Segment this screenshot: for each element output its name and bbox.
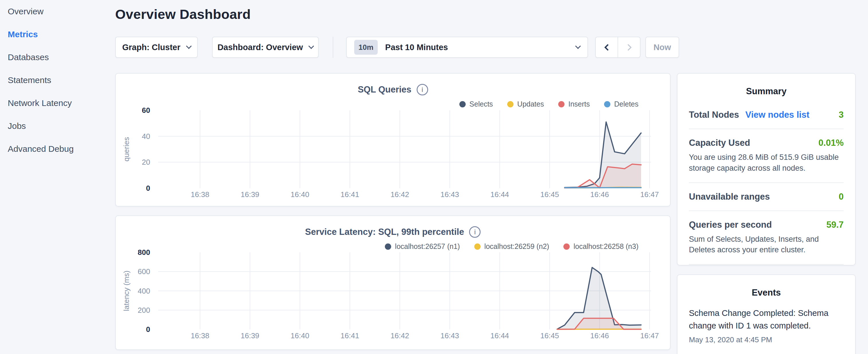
chart-title-row: Service Latency: SQL, 99th percentile i — [116, 226, 670, 238]
svg-text:600: 600 — [138, 267, 150, 276]
svg-text:16:38: 16:38 — [191, 190, 209, 199]
chevron-right-icon — [625, 44, 631, 51]
svg-text:0: 0 — [146, 184, 150, 192]
chart-title-row: SQL Queries i — [116, 84, 670, 95]
sidebar-item-overview[interactable]: Overview — [0, 0, 115, 23]
sidebar-item-label: Network Latency — [8, 98, 72, 108]
svg-text:16:44: 16:44 — [490, 331, 509, 340]
sidebar-item-network-latency[interactable]: Network Latency — [0, 92, 115, 115]
controls-divider — [333, 37, 333, 58]
svg-text:16:43: 16:43 — [440, 331, 459, 340]
graph-source-dropdown-label: Graph: Cluster — [122, 43, 180, 52]
svg-text:16:42: 16:42 — [391, 190, 409, 199]
time-back-button[interactable] — [596, 37, 618, 57]
summary-label: Queries per second — [689, 220, 772, 230]
svg-text:200: 200 — [138, 306, 150, 315]
dashboard-dropdown[interactable]: Dashboard: Overview — [212, 37, 319, 58]
svg-text:0: 0 — [146, 325, 150, 334]
chevron-left-icon — [604, 44, 611, 51]
summary-label: Capacity Used — [689, 138, 750, 148]
sidebar-item-databases[interactable]: Databases — [0, 46, 115, 69]
summary-value: 3 — [839, 110, 844, 120]
event-message[interactable]: Schema Change Completed: Schema change w… — [689, 307, 844, 332]
series-dot-icon — [385, 244, 391, 250]
svg-text:16:45: 16:45 — [540, 190, 559, 199]
info-icon[interactable]: i — [469, 226, 480, 238]
now-button[interactable]: Now — [645, 37, 679, 58]
svg-text:16:46: 16:46 — [590, 190, 609, 199]
svg-text:16:42: 16:42 — [391, 331, 409, 340]
summary-value: 0.01% — [818, 138, 844, 148]
chevron-down-icon — [308, 43, 314, 49]
view-nodes-list-link[interactable]: View nodes list — [745, 110, 809, 120]
svg-text:800: 800 — [138, 249, 150, 257]
events-panel: Events Schema Change Completed: Schema c… — [677, 275, 856, 354]
summary-row-unavailable-ranges: Unavailable ranges 0 — [689, 183, 844, 211]
summary-rows: Total Nodes View nodes list 3 Capacity U… — [689, 101, 844, 292]
svg-text:16:47: 16:47 — [640, 331, 659, 340]
sidebar-item-label: Databases — [8, 53, 49, 62]
summary-description: Sum of Selects, Updates, Inserts, and De… — [689, 234, 844, 256]
svg-text:60: 60 — [142, 106, 150, 115]
chevron-down-icon — [575, 43, 581, 49]
summary-description: You are using 28.6 MiB of 515.9 GiB usab… — [689, 152, 844, 174]
svg-text:16:41: 16:41 — [340, 190, 359, 199]
graph-source-dropdown[interactable]: Graph: Cluster — [115, 37, 198, 58]
chart-title: SQL Queries — [358, 85, 411, 95]
event-timestamp: May 13, 2020 at 4:45 PM — [689, 335, 844, 344]
summary-row-total-nodes: Total Nodes View nodes list 3 — [689, 101, 844, 129]
svg-text:16:44: 16:44 — [490, 190, 509, 199]
svg-text:latency (ms): latency (ms) — [122, 271, 131, 311]
service-latency-chart-card: Service Latency: SQL, 99th percentile i … — [115, 215, 671, 350]
dashboard-dropdown-label: Dashboard: Overview — [217, 43, 303, 52]
sidebar-item-label: Advanced Debug — [8, 144, 74, 154]
summary-value: 0 — [839, 192, 844, 202]
summary-label: Total Nodes — [689, 110, 739, 120]
sidebar-item-label: Jobs — [8, 121, 26, 131]
svg-text:16:41: 16:41 — [340, 331, 359, 340]
service-latency-plot[interactable]: 16:3816:3916:4016:4116:4216:4316:4416:45… — [116, 249, 671, 349]
sidebar-item-statements[interactable]: Statements — [0, 69, 115, 92]
series-dot-icon — [474, 244, 480, 250]
sidebar-nav: Overview Metrics Databases Statements Ne… — [0, 0, 115, 160]
sidebar-item-advanced-debug[interactable]: Advanced Debug — [0, 137, 115, 160]
time-range-selector[interactable]: 10m Past 10 Minutes — [346, 37, 588, 58]
time-range-label: Past 10 Minutes — [385, 43, 568, 52]
summary-panel: Summary Total Nodes View nodes list 3 Ca… — [677, 73, 856, 265]
page-title: Overview Dashboard — [115, 6, 251, 22]
sidebar-item-metrics[interactable]: Metrics — [0, 23, 115, 46]
events-title: Events — [689, 288, 844, 298]
sidebar-item-label: Overview — [8, 7, 43, 16]
sidebar-item-label: Metrics — [8, 30, 38, 39]
time-forward-button[interactable] — [618, 37, 640, 57]
time-range-pager — [595, 37, 641, 58]
sidebar-item-label: Statements — [8, 75, 51, 85]
summary-value: 59.7 — [827, 220, 844, 230]
series-dot-icon — [563, 244, 570, 250]
chevron-down-icon — [186, 43, 192, 49]
info-icon[interactable]: i — [417, 84, 428, 95]
chart-title: Service Latency: SQL, 99th percentile — [305, 227, 464, 237]
sql-queries-plot[interactable]: 16:3816:3916:4016:4116:4216:4316:4416:45… — [116, 106, 671, 206]
sql-queries-chart-card: SQL Queries i Selects Updates Inserts De… — [115, 73, 671, 206]
svg-text:16:40: 16:40 — [290, 331, 309, 340]
summary-row-capacity-used: Capacity Used 0.01% You are using 28.6 M… — [689, 129, 844, 183]
svg-text:16:38: 16:38 — [191, 331, 209, 340]
summary-row-queries-per-second: Queries per second 59.7 Sum of Selects, … — [689, 211, 844, 265]
summary-label: Unavailable ranges — [689, 192, 770, 202]
svg-text:16:45: 16:45 — [540, 331, 559, 340]
svg-text:queries: queries — [122, 137, 131, 161]
svg-text:20: 20 — [142, 158, 150, 166]
svg-text:16:47: 16:47 — [640, 190, 659, 199]
svg-text:16:39: 16:39 — [241, 331, 259, 340]
svg-text:40: 40 — [142, 132, 150, 141]
svg-text:16:46: 16:46 — [590, 331, 609, 340]
svg-text:16:40: 16:40 — [290, 190, 309, 199]
time-range-badge: 10m — [354, 40, 378, 55]
svg-text:400: 400 — [138, 287, 150, 295]
svg-text:16:39: 16:39 — [241, 190, 259, 199]
svg-text:16:43: 16:43 — [440, 190, 459, 199]
sidebar-item-jobs[interactable]: Jobs — [0, 115, 115, 137]
summary-title: Summary — [689, 86, 844, 97]
